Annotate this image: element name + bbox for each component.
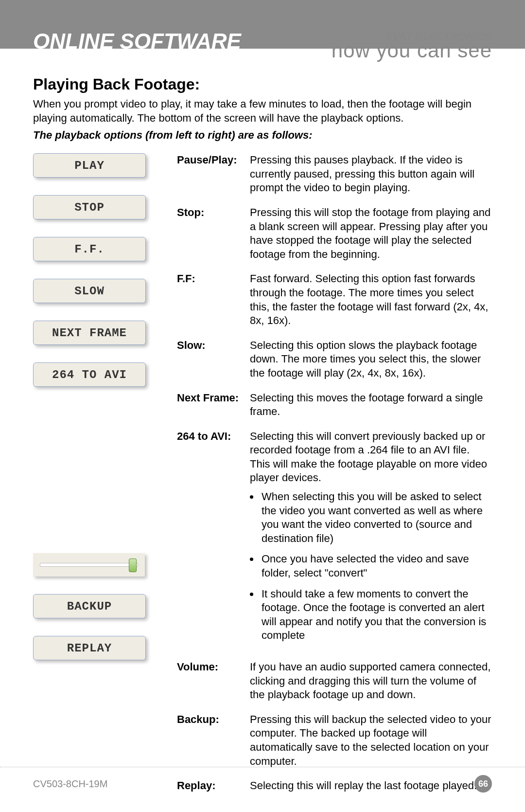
slider-track bbox=[40, 563, 138, 567]
play-button[interactable]: PLAY bbox=[33, 153, 146, 178]
text-stop: Pressing this will stop the footage from… bbox=[250, 206, 492, 261]
to-avi-bullet-1: When selecting this you will be asked to… bbox=[260, 490, 492, 545]
to-avi-button[interactable]: 264 TO AVI bbox=[33, 362, 146, 387]
volume-slider[interactable] bbox=[33, 553, 145, 577]
description-column: Pause/Play: Pressing this pauses playbac… bbox=[177, 153, 492, 804]
page-number-badge: 66 bbox=[474, 775, 492, 793]
desc-to-avi: 264 to AVI: Selecting this will convert … bbox=[177, 430, 492, 650]
stop-button[interactable]: STOP bbox=[33, 195, 146, 219]
replay-button-label: REPLAY bbox=[67, 642, 112, 655]
desc-pause-play: Pause/Play: Pressing this pauses playbac… bbox=[177, 153, 492, 195]
desc-volume: Volume: If you have an audio supported c… bbox=[177, 660, 492, 702]
next-frame-button[interactable]: NEXT FRAME bbox=[33, 321, 146, 345]
text-to-avi-main: Selecting this will convert previously b… bbox=[250, 430, 487, 484]
desc-next-frame: Next Frame: Selecting this moves the foo… bbox=[177, 391, 492, 419]
page-header-title: ONLINE SOFTWARE bbox=[33, 29, 241, 54]
text-ff: Fast forward. Selecting this option fast… bbox=[250, 272, 492, 327]
text-to-avi: Selecting this will convert previously b… bbox=[250, 430, 492, 650]
button-column: PLAY STOP F.F. SLOW NEXT FRAME 264 TO AV… bbox=[33, 153, 159, 804]
backup-button[interactable]: BACKUP bbox=[33, 594, 146, 618]
desc-backup: Backup: Pressing this will backup the se… bbox=[177, 713, 492, 768]
brand-tagline: now you can see bbox=[332, 39, 492, 62]
label-backup: Backup: bbox=[177, 713, 250, 768]
label-ff: F.F: bbox=[177, 272, 250, 327]
options-lead: The playback options (from left to right… bbox=[33, 129, 492, 142]
text-volume: If you have an audio supported camera co… bbox=[250, 660, 492, 702]
replay-button[interactable]: REPLAY bbox=[33, 636, 146, 660]
backup-button-label: BACKUP bbox=[67, 600, 112, 613]
slow-button[interactable]: SLOW bbox=[33, 279, 146, 303]
label-stop: Stop: bbox=[177, 206, 250, 261]
intro-paragraph: When you prompt video to play, it may ta… bbox=[33, 97, 492, 125]
text-pause-play: Pressing this pauses playback. If the vi… bbox=[250, 153, 492, 195]
label-volume: Volume: bbox=[177, 660, 250, 702]
page-footer: CV503-8CH-19M 66 bbox=[0, 767, 525, 793]
content-area: Playing Back Footage: When you prompt vi… bbox=[0, 49, 525, 804]
text-next-frame: Selecting this moves the footage forward… bbox=[250, 391, 492, 419]
text-backup: Pressing this will backup the selected v… bbox=[250, 713, 492, 768]
to-avi-bullet-3: It should take a few moments to convert … bbox=[260, 587, 492, 643]
model-number: CV503-8CH-19M bbox=[33, 778, 107, 790]
next-frame-button-label: NEXT FRAME bbox=[52, 326, 127, 340]
desc-stop: Stop: Pressing this will stop the footag… bbox=[177, 206, 492, 261]
ff-button-label: F.F. bbox=[74, 243, 105, 256]
to-avi-button-label: 264 TO AVI bbox=[52, 368, 127, 381]
ff-button[interactable]: F.F. bbox=[33, 237, 146, 261]
desc-slow: Slow: Selecting this option slows the pl… bbox=[177, 339, 492, 380]
slow-button-label: SLOW bbox=[74, 285, 105, 298]
text-slow: Selecting this option slows the playback… bbox=[250, 339, 492, 380]
label-next-frame: Next Frame: bbox=[177, 391, 250, 419]
label-pause-play: Pause/Play: bbox=[177, 153, 250, 195]
desc-ff: F.F: Fast forward. Selecting this option… bbox=[177, 272, 492, 327]
slider-handle[interactable] bbox=[129, 559, 137, 572]
to-avi-bullet-2: Once you have selected the video and sav… bbox=[260, 552, 492, 580]
label-slow: Slow: bbox=[177, 339, 250, 380]
label-to-avi: 264 to AVI: bbox=[177, 430, 250, 650]
brand-block: SVAT ELECTRONICS now you can see bbox=[332, 30, 492, 62]
to-avi-bullet-list: When selecting this you will be asked to… bbox=[260, 490, 492, 643]
stop-button-label: STOP bbox=[74, 201, 105, 214]
play-button-label: PLAY bbox=[74, 159, 105, 172]
section-title: Playing Back Footage: bbox=[33, 75, 492, 93]
